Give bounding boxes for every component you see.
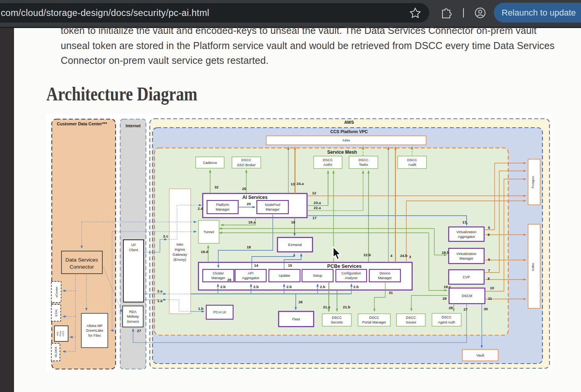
- svg-text:26: 26: [298, 300, 303, 304]
- svg-text:22.b: 22.b: [363, 253, 371, 257]
- svg-text:DSCC: DSCC: [332, 316, 342, 320]
- svg-text:6: 6: [488, 232, 490, 237]
- svg-text:26: 26: [227, 278, 232, 282]
- svg-text:(Envoy): (Envoy): [174, 257, 186, 262]
- svg-text:19.d: 19.d: [201, 250, 208, 254]
- svg-text:10: 10: [490, 286, 494, 290]
- svg-text:PCAI UI: PCAI UI: [213, 310, 226, 314]
- svg-text:13: 13: [291, 182, 295, 186]
- svg-text:24.a: 24.a: [297, 181, 304, 186]
- svg-text:Data Services: Data Services: [65, 257, 98, 263]
- svg-text:25: 25: [242, 186, 246, 191]
- svg-text:19.c: 19.c: [444, 285, 451, 289]
- svg-text:12: 12: [312, 191, 316, 195]
- svg-text:DSCC: DSCC: [369, 316, 379, 320]
- svg-text:Ezmeral: Ezmeral: [288, 243, 302, 247]
- svg-text:19.b: 19.b: [442, 250, 449, 255]
- svg-text:Device: Device: [379, 271, 390, 275]
- svg-text:Agent Auth: Agent Auth: [438, 320, 455, 324]
- svg-text:HPE: HPE: [56, 331, 59, 336]
- svg-text:21.b: 21.b: [343, 305, 350, 309]
- svg-text:Gateway: Gateway: [172, 252, 187, 257]
- svg-text:23.a: 23.a: [314, 200, 321, 205]
- svg-text:17: 17: [312, 216, 317, 220]
- svg-text:20: 20: [247, 202, 251, 206]
- svg-text:22.a: 22.a: [314, 206, 321, 210]
- svg-text:Prolia: Prolia: [59, 330, 61, 336]
- svg-text:UI/: UI/: [131, 243, 136, 247]
- svg-text:Internet: Internet: [126, 123, 141, 128]
- svg-text:27: 27: [137, 329, 141, 333]
- svg-text:24.b: 24.b: [400, 253, 407, 258]
- svg-text:Customer Data Center***: Customer Data Center***: [57, 121, 107, 126]
- svg-text:PCBe Services: PCBe Services: [327, 264, 362, 269]
- svg-text:Update: Update: [279, 274, 290, 278]
- svg-text:Midway: Midway: [127, 315, 139, 318]
- svg-text:Issues: Issues: [406, 320, 416, 324]
- svg-text:Manager: Manager: [216, 207, 230, 211]
- svg-text:SSO Broker: SSO Broker: [237, 163, 256, 167]
- svg-text:for Files: for Files: [88, 334, 101, 338]
- svg-text:DSCC: DSCC: [358, 158, 369, 162]
- svg-text:CCS Platform VPC: CCS Platform VPC: [330, 129, 368, 134]
- svg-text:2.a: 2.a: [157, 289, 163, 293]
- svg-text:GreenLake: GreenLake: [86, 329, 104, 332]
- svg-text:Virtualization: Virtualization: [456, 230, 476, 234]
- svg-text:DSCC: DSCC: [323, 158, 333, 162]
- svg-text:AI Services: AI Services: [242, 195, 268, 200]
- svg-text:Aggregator: Aggregator: [242, 276, 260, 280]
- svg-text:Analyzer: Analyzer: [345, 276, 358, 280]
- svg-text:4: 4: [390, 253, 393, 258]
- svg-text:17: 17: [462, 220, 467, 224]
- svg-text:Ingres: Ingres: [175, 247, 185, 251]
- svg-text:2.b: 2.b: [286, 285, 292, 289]
- svg-text:DSCC: DSCC: [406, 316, 416, 320]
- svg-text:3: 3: [409, 255, 411, 259]
- svg-text:2.c: 2.c: [163, 234, 168, 238]
- svg-text:Manager: Manager: [378, 276, 392, 280]
- svg-text:API: API: [248, 271, 254, 275]
- svg-text:2.d: 2.d: [198, 206, 203, 211]
- svg-text:Portal Manager: Portal Manager: [362, 320, 386, 324]
- svg-text:Platform: Platform: [216, 203, 229, 207]
- svg-text:2.b: 2.b: [253, 285, 259, 289]
- svg-text:Setup: Setup: [313, 274, 322, 278]
- svg-text:DSCC: DSCC: [442, 315, 452, 319]
- svg-text:Istio: Istio: [176, 242, 183, 246]
- svg-text:Secrets: Secrets: [331, 320, 343, 324]
- svg-text:Aggregator: Aggregator: [458, 235, 475, 239]
- svg-text:DSCC: DSCC: [241, 158, 251, 162]
- svg-text:Vault: Vault: [476, 353, 484, 357]
- svg-text:Tunnel: Tunnel: [204, 230, 214, 234]
- svg-text:Tasks: Tasks: [359, 163, 368, 167]
- svg-text:DSCM: DSCM: [462, 294, 472, 298]
- svg-text:2.b: 2.b: [320, 285, 325, 289]
- svg-text:28: 28: [449, 306, 453, 310]
- svg-text:Cadence: Cadence: [203, 161, 217, 165]
- svg-text:8: 8: [488, 276, 490, 281]
- svg-text:11: 11: [488, 296, 492, 301]
- svg-text:Kafka: Kafka: [342, 139, 350, 142]
- svg-text:vCenter: vCenter: [55, 287, 58, 297]
- svg-text:NodePool: NodePool: [265, 203, 281, 207]
- svg-text:Postgres: Postgres: [531, 176, 535, 188]
- svg-text:9: 9: [488, 257, 490, 262]
- svg-text:Virtualization: Virtualization: [456, 252, 476, 256]
- svg-text:Alletra MP: Alletra MP: [86, 324, 103, 328]
- svg-text:Audit: Audit: [408, 163, 416, 167]
- svg-text:Connector: Connector: [70, 264, 94, 270]
- svg-text:Manager: Manager: [266, 207, 280, 211]
- svg-text:2.b: 2.b: [353, 285, 359, 289]
- svg-text:1.a: 1.a: [157, 299, 163, 303]
- svg-text:Manager: Manager: [211, 276, 225, 280]
- svg-text:18: 18: [247, 245, 251, 249]
- svg-text:29: 29: [442, 296, 447, 301]
- svg-text:Client: Client: [129, 248, 138, 252]
- svg-text:30: 30: [484, 307, 488, 311]
- svg-text:5: 5: [488, 225, 490, 230]
- svg-text:CVP: CVP: [463, 275, 470, 279]
- svg-text:Cluster: Cluster: [213, 271, 224, 275]
- svg-text:15: 15: [288, 263, 292, 267]
- svg-text:Authz: Authz: [323, 163, 333, 167]
- svg-text:nt 8.0: nt 8.0: [62, 331, 64, 336]
